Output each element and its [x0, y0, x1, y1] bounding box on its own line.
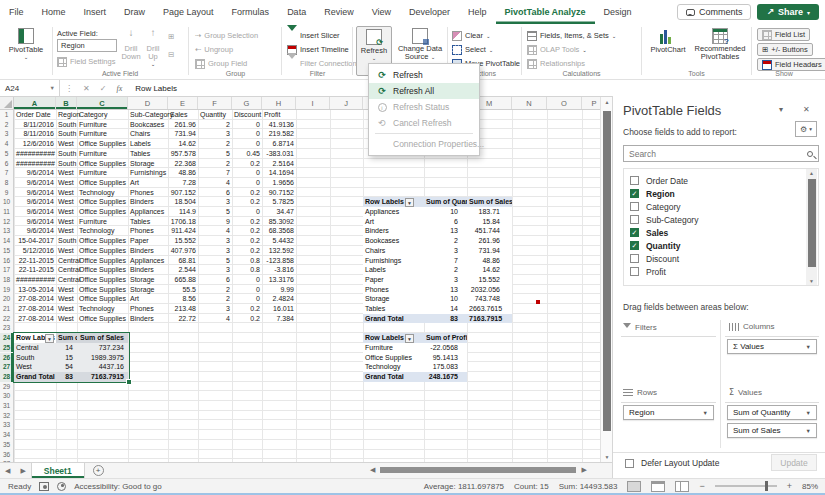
column-header-F[interactable]: F [198, 97, 232, 109]
row-header-22[interactable]: 22 [0, 314, 13, 324]
expand-field-button[interactable]: ⊞ [168, 30, 174, 43]
field-item-sub-category[interactable]: Sub-Category [630, 213, 698, 226]
cell-A13[interactable]: 9/6/2014 [14, 226, 56, 236]
cell-G21[interactable]: 0.2 [232, 304, 262, 314]
cell-E16[interactable]: 68.81 [168, 256, 198, 266]
cell-D4[interactable]: Labels [128, 139, 168, 149]
field-settings-button[interactable]: Field Settings [57, 55, 115, 68]
cell-C6[interactable]: Office Supplies [77, 159, 128, 169]
cell-D13[interactable]: Phones [128, 226, 168, 236]
pivot-subcategory-cell[interactable]: 10 [424, 207, 467, 217]
pivot-subcategory-cell[interactable]: Art [363, 217, 424, 227]
row-header-21[interactable]: 21 [0, 304, 13, 314]
tab-design[interactable]: Design [595, 0, 641, 24]
pane-close-icon[interactable]: ✕ [803, 105, 810, 114]
row-header-33[interactable]: 33 [0, 420, 13, 430]
cell-A16[interactable]: 22-11-2015 [14, 256, 56, 266]
cell-D3[interactable]: Chairs [128, 129, 168, 139]
pivot-subcategory-cell[interactable]: Binders [363, 226, 424, 236]
pivot-profit-cell[interactable]: 175.083 [424, 362, 467, 372]
column-header-G[interactable]: G [232, 97, 262, 109]
row-header-2[interactable]: 2 [0, 120, 13, 130]
cell-H19[interactable]: 9.99 [262, 285, 296, 295]
pivot-region-cell[interactable]: 7163.7915 [77, 372, 128, 382]
cell-B5[interactable]: South [56, 149, 77, 159]
update-button[interactable]: Update [771, 454, 817, 471]
field-checkbox[interactable] [630, 176, 639, 185]
row-header-14[interactable]: 14 [0, 236, 13, 246]
fields-items-sets-button[interactable]: Fields, Items, & Sets ⌄ [527, 29, 616, 42]
cell-A21[interactable]: 27-08-2014 [14, 304, 56, 314]
pivot-subcategory-cell[interactable]: 14.62 [467, 265, 512, 275]
cell-A6[interactable]: ########## [14, 159, 56, 169]
horizontal-scroll-thumb[interactable] [380, 467, 576, 473]
cell-F7[interactable]: 7 [198, 168, 232, 178]
defer-layout-checkbox[interactable] [625, 459, 634, 468]
pivot-subcategory-cell[interactable]: 48.86 [467, 256, 512, 266]
name-box[interactable]: A24 ▼ [0, 80, 60, 96]
cell-G16[interactable]: 0.8 [232, 256, 262, 266]
row-header-16[interactable]: 16 [0, 256, 13, 266]
cell-G5[interactable]: 0.45 [232, 149, 262, 159]
field-list-toggle[interactable]: Field List [757, 28, 810, 41]
pivot-subcategory-cell[interactable]: 3 [424, 275, 467, 285]
cell-C12[interactable]: Furniture [77, 217, 128, 227]
pivot-subcategory-cell[interactable]: Appliances [363, 207, 424, 217]
row-header-23[interactable]: 23 [0, 323, 13, 333]
pivot-subcategory-cell[interactable]: 7163.7915 [467, 314, 512, 324]
row-header-3[interactable]: 3 [0, 129, 13, 139]
row-header-31[interactable]: 31 [0, 401, 13, 411]
cell-A20[interactable]: 27-08-2014 [14, 294, 56, 304]
cell-B7[interactable]: West [56, 168, 77, 178]
cell-E13[interactable]: 911.424 [168, 226, 198, 236]
pivot-region-cell[interactable]: Sum of Sales [77, 333, 128, 343]
pivot-subcategory-cell[interactable]: Labels [363, 265, 424, 275]
page-layout-view-button[interactable] [651, 481, 665, 492]
row-header-11[interactable]: 11 [0, 207, 13, 217]
pivot-subcategory-cell[interactable]: 13 [424, 226, 467, 236]
cell-B2[interactable]: South [56, 120, 77, 130]
pivottable-button[interactable]: PivotTable ⌄ [6, 26, 46, 76]
tab-developer[interactable]: Developer [400, 0, 459, 24]
cell-H16[interactable]: -123.858 [262, 256, 296, 266]
cell-C2[interactable]: Furniture [77, 120, 128, 130]
cell-G2[interactable]: 0 [232, 120, 262, 130]
cell-H7[interactable]: 14.1694 [262, 168, 296, 178]
filter-dropdown-icon[interactable]: ▼ [405, 334, 414, 343]
field-scroll-down-icon[interactable]: ▼ [806, 278, 817, 284]
relationships-button[interactable]: Relationships [527, 57, 585, 70]
share-button[interactable]: ↗ Share ▾ [757, 4, 819, 20]
field-checkbox[interactable] [630, 254, 639, 263]
pivot-subcategory-cell[interactable]: 2032.056 [467, 285, 512, 295]
cell-G3[interactable]: 0 [232, 129, 262, 139]
pivot-subcategory-cell[interactable]: Furnishings [363, 256, 424, 266]
cell-C20[interactable]: Office Supplies [77, 294, 128, 304]
select-all-corner[interactable] [0, 97, 14, 109]
cell-H14[interactable]: 5.4432 [262, 236, 296, 246]
tab-insert[interactable]: Insert [75, 0, 116, 24]
row-header-27[interactable]: 27 [0, 362, 13, 372]
cell-A1[interactable]: Order Date [14, 110, 56, 120]
row-header-12[interactable]: 12 [0, 217, 13, 227]
field-checkbox[interactable]: ✓ [630, 241, 639, 250]
column-header-O[interactable]: O [547, 97, 582, 109]
column-header-P[interactable]: P [582, 97, 600, 109]
row-header-5[interactable]: 5 [0, 149, 13, 159]
sheet-nav-left-icon[interactable]: ◀ [0, 467, 15, 475]
cell-B16[interactable]: Central [56, 256, 77, 266]
field-item-category[interactable]: Category [630, 200, 681, 213]
ungroup-button[interactable]: ⇠Ungroup [195, 43, 233, 56]
pivot-subcategory-cell[interactable]: Sum of Sales [467, 197, 512, 207]
pivot-subcategory-cell[interactable]: 15.552 [467, 275, 512, 285]
cell-E8[interactable]: 7.28 [168, 178, 198, 188]
cell-E14[interactable]: 15.552 [168, 236, 198, 246]
cell-H3[interactable]: 219.582 [262, 129, 296, 139]
cancel-icon[interactable]: ✕ [78, 84, 95, 93]
zoom-out-button[interactable]: − [699, 481, 704, 491]
cell-F5[interactable]: 5 [198, 149, 232, 159]
cell-D11[interactable]: Appliances [128, 207, 168, 217]
pivot-region-cell[interactable]: 4437.16 [77, 362, 128, 372]
cell-B1[interactable]: Region [56, 110, 77, 120]
cell-F15[interactable]: 3 [198, 246, 232, 256]
page-break-view-button[interactable] [675, 481, 689, 492]
